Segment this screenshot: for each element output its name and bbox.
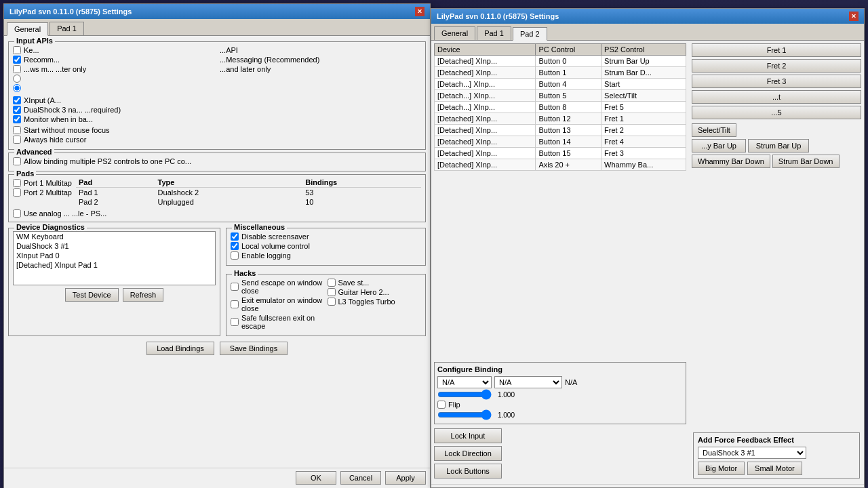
use-analog-checkbox[interactable]	[13, 209, 21, 218]
pc-control-cell: Button 12	[536, 113, 601, 125]
window1-ok-button[interactable]: OK	[296, 471, 336, 485]
small-motor-button[interactable]: Small Motor	[747, 462, 802, 475]
port1-multitap-checkbox[interactable]	[13, 179, 21, 187]
sensitivity-slider[interactable]	[437, 390, 492, 399]
enable-logging-label: Enable logging	[241, 251, 291, 260]
window2-close-button[interactable]: ✕	[849, 12, 859, 21]
enable-logging-checkbox[interactable]	[231, 251, 239, 260]
whammy-bar-up-button[interactable]: ...y Bar Up	[692, 139, 746, 152]
lock-input-button[interactable]: Lock Input	[434, 428, 502, 443]
table-row[interactable]: [Detached] XInp... Button 14 Fret 4	[435, 136, 686, 148]
force-feedback-title: Add Force Feedback Effect	[698, 436, 855, 444]
fret1-button[interactable]: Fret 1	[692, 43, 861, 57]
deadzone-slider[interactable]	[437, 410, 492, 420]
window1-apply-button[interactable]: Apply	[385, 471, 426, 485]
monitor-label: Monitor when in ba...	[24, 115, 93, 123]
flip-checkbox[interactable]	[437, 401, 446, 409]
allow-binding-checkbox[interactable]	[13, 157, 21, 165]
hack2-checkbox[interactable]	[231, 300, 239, 308]
lock-direction-button[interactable]: Lock Direction	[434, 446, 502, 461]
table-row[interactable]: [Detached] XInp... Button 0 Strum Bar Up	[435, 56, 686, 67]
select-tilt-button[interactable]: Select/Tilt	[692, 123, 736, 137]
configure-binding-area: Configure Binding N/A N/A N/A 1.000	[434, 362, 686, 424]
ff-device-select[interactable]: DualShock 3 #1	[698, 447, 806, 459]
hack4-checkbox[interactable]	[328, 279, 336, 287]
port1-multitap-label: Port 1 Multitap	[24, 179, 72, 187]
start-without-mouse-checkbox[interactable]	[13, 126, 21, 134]
tab2-pad2[interactable]: Pad 2	[513, 27, 547, 41]
device-cell: [Detached] XInp...	[435, 67, 536, 79]
xinput-checkbox[interactable]	[13, 96, 21, 104]
table-row[interactable]: [Detached] XInp... Button 13 Fret 2	[435, 125, 686, 136]
table-row[interactable]: [Detached] XInp... Axis 20 + Whammy Ba..…	[435, 159, 686, 171]
monitor-checkbox[interactable]	[13, 115, 21, 123]
wm-checkbox[interactable]	[13, 65, 21, 73]
tab-pad1[interactable]: Pad 1	[50, 22, 84, 35]
flip-label: Flip	[448, 401, 460, 409]
fret5-button[interactable]: ...5	[692, 106, 861, 119]
hack3-checkbox[interactable]	[231, 318, 239, 326]
table-row[interactable]: [Detach...] XInp... Button 5 Select/Tilt	[435, 90, 686, 102]
test-device-button[interactable]: Test Device	[65, 288, 119, 302]
binding-selects-row: N/A N/A N/A	[437, 376, 683, 388]
devices-listbox[interactable]: WM KeyboardDualShock 3 #1XInput Pad 0[De…	[13, 231, 216, 285]
binding-select2[interactable]: N/A	[494, 376, 562, 388]
dualshock3-checkbox[interactable]	[13, 106, 21, 114]
fret2-button[interactable]: Fret 2	[692, 59, 861, 73]
device-cell: [Detached] XInp...	[435, 113, 536, 125]
fret4-button[interactable]: ...t	[692, 90, 861, 104]
window1-titlebar: LilyPad svn 0.11.0 (r5875) Settings ✕	[4, 4, 430, 19]
radio2[interactable]	[13, 84, 21, 92]
pc-control-cell: Button 14	[536, 136, 601, 148]
table-row[interactable]: [Detached] XInp... Button 15 Fret 3	[435, 148, 686, 159]
messaging-label: ...Messaging (Recommended)	[220, 56, 319, 64]
hack5-checkbox[interactable]	[328, 288, 336, 296]
load-bindings-button[interactable]: Load Bindings	[146, 342, 214, 355]
allow-binding-label: Allow binding multiple PS2 controls to o…	[24, 157, 191, 165]
fret3-button[interactable]: Fret 3	[692, 75, 861, 88]
pc-control-cell: Button 13	[536, 125, 601, 136]
pads-table: Pad Type Bindings Pad 1 Dualshock 2 53Pa…	[76, 178, 421, 207]
list-item[interactable]: DualShock 3 #1	[14, 241, 215, 251]
lock-buttons-button[interactable]: Lock Buttons	[434, 464, 502, 479]
table-row[interactable]: Pad 2 Unplugged 10	[76, 197, 421, 207]
list-item[interactable]: [Detached] XInput Pad 1	[14, 260, 215, 270]
disable-screensaver-checkbox[interactable]	[231, 232, 239, 241]
radio1[interactable]	[13, 75, 21, 83]
table-row[interactable]: [Detached] XInp... Button 12 Fret 1	[435, 113, 686, 125]
ps2-control-cell: Select/Tilt	[601, 90, 686, 102]
dualshock3-label: DualShock 3 na... ...required)	[24, 106, 121, 114]
tab-general[interactable]: General	[7, 22, 48, 36]
keyboard-checkbox[interactable]	[13, 46, 21, 54]
table-row[interactable]: [Detach...] XInp... Button 4 Start	[435, 79, 686, 90]
window1-close-button[interactable]: ✕	[415, 7, 425, 16]
disable-screensaver-label: Disable screensaver	[241, 232, 309, 241]
raw-input-checkbox[interactable]	[13, 56, 21, 64]
whammy-bar-down-button[interactable]: Whammy Bar Down	[692, 155, 770, 168]
list-item[interactable]: WM Keyboard	[14, 232, 215, 241]
table-row[interactable]: Pad 1 Dualshock 2 53	[76, 188, 421, 198]
list-item[interactable]: XInput Pad 0	[14, 251, 215, 260]
window1-cancel-button[interactable]: Cancel	[340, 471, 381, 485]
local-volume-checkbox[interactable]	[231, 242, 239, 250]
table-row[interactable]: [Detached] XInp... Button 1 Strum Bar D.…	[435, 67, 686, 79]
tab2-pad1[interactable]: Pad 1	[477, 26, 511, 40]
flip-row: Flip	[437, 401, 683, 409]
port2-multitap-checkbox[interactable]	[13, 188, 21, 197]
strum-bar-up-button[interactable]: Strum Bar Up	[748, 139, 809, 152]
tab2-general[interactable]: General	[434, 26, 475, 40]
table-row[interactable]: [Detach...] XInp... Button 8 Fret 5	[435, 102, 686, 113]
big-motor-button[interactable]: Big Motor	[698, 462, 745, 475]
strum-bar-down-button[interactable]: Strum Bar Down	[772, 155, 840, 168]
hack1-checkbox[interactable]	[231, 283, 239, 291]
hack6-checkbox[interactable]	[328, 298, 336, 306]
misc-title: Miscellaneous	[232, 223, 287, 231]
refresh-button[interactable]: Refresh	[123, 288, 164, 302]
ps2-control-cell: Start	[601, 79, 686, 90]
always-hide-cursor-checkbox[interactable]	[13, 136, 21, 144]
device-cell: [Detach...] XInp...	[435, 79, 536, 90]
binding-select1[interactable]: N/A	[437, 376, 492, 388]
col-device: Device	[435, 44, 536, 56]
save-bindings-button[interactable]: Save Bindings	[220, 342, 288, 355]
window2-left-panel: Device PC Control PS2 Control [Detached]…	[431, 41, 689, 484]
